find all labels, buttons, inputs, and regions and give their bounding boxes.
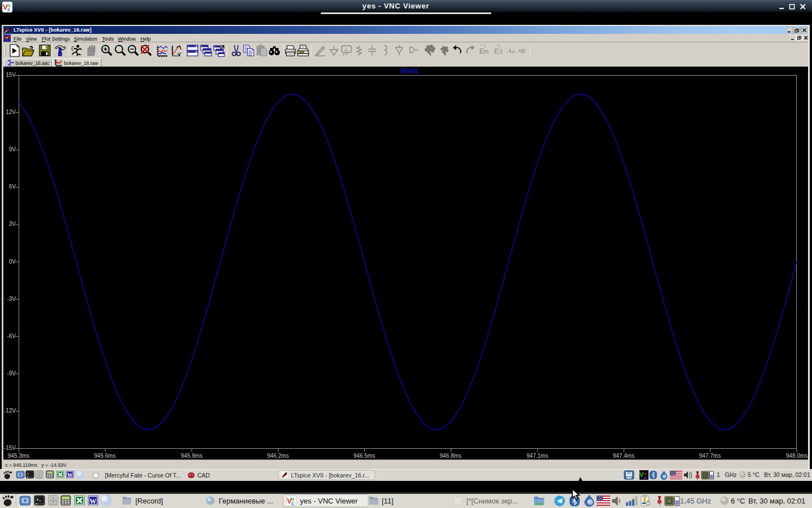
svg-text:o: o <box>24 500 26 503</box>
svg-text:W: W <box>67 472 73 478</box>
svg-text:c: c <box>292 501 294 506</box>
svg-text:c: c <box>644 476 646 480</box>
svg-text:V: V <box>639 471 644 478</box>
svg-text:Вт, 30 мар, 02:01: Вт, 30 мар, 02:01 <box>764 471 810 478</box>
svg-text:W: W <box>90 497 96 505</box>
svg-text:n: n <box>644 472 646 476</box>
svg-text:5 °C: 5 °C <box>748 471 760 478</box>
svg-text:1 GHz: 1 GHz <box>717 471 737 478</box>
